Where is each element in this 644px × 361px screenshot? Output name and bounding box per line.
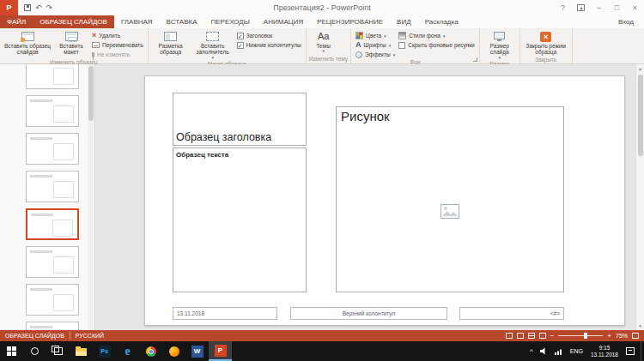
tab-insert[interactable]: ВСТАВКА — [160, 15, 204, 28]
scroll-up-icon[interactable]: ▲ — [636, 64, 644, 73]
redo-icon[interactable]: ↷ — [46, 4, 53, 12]
fonts-button[interactable]: A Шрифты ▾ — [355, 41, 395, 49]
taskbar-clock[interactable]: 9:15 13.11.2018 — [586, 345, 623, 358]
footer-date-text: 13.11.2018 — [177, 310, 204, 316]
firefox-button[interactable] — [162, 341, 185, 361]
slide-thumbnail-5[interactable] — [26, 208, 79, 240]
tab-layout-addin[interactable]: Раскладка — [418, 15, 465, 28]
chevron-down-icon: ▾ — [322, 49, 325, 53]
footer-date-placeholder[interactable]: 13.11.2018 — [173, 307, 277, 320]
colors-button[interactable]: Цвета ▾ — [355, 32, 395, 39]
footers-checkbox[interactable]: ✓ Нижние колонтитулы — [237, 41, 301, 49]
status-mode[interactable]: ОБРАЗЕЦ СЛАЙДОВ — [5, 333, 64, 339]
search-button[interactable] — [23, 341, 46, 361]
slide-thumbnail-3[interactable] — [26, 133, 79, 165]
undo-icon[interactable]: ↶ — [35, 4, 42, 12]
edge-button[interactable]: e — [116, 341, 139, 361]
maximize-button[interactable]: □ — [608, 0, 626, 15]
fit-slide-to-window-icon[interactable] — [632, 333, 639, 339]
language-indicator[interactable]: ENG — [567, 341, 586, 361]
background-styles-button[interactable]: Стили фона ▾ — [398, 32, 475, 39]
tab-review[interactable]: РЕЦЕНЗИРОВАНИЕ — [310, 15, 390, 28]
view-reading-icon[interactable] — [539, 333, 546, 339]
scrollbar-track[interactable] — [636, 73, 644, 322]
zoom-out-button[interactable]: − — [550, 333, 555, 340]
effects-sphere-icon — [355, 51, 362, 58]
tab-view[interactable]: ВИД — [390, 15, 418, 28]
rename-button[interactable]: Переименовать — [92, 41, 143, 49]
tab-file[interactable]: ФАЙЛ — [0, 15, 33, 28]
footer-text-placeholder[interactable]: Верхний колонтитул — [290, 307, 447, 320]
title-checkbox-label: Заголовок — [246, 33, 273, 39]
group-master-layout: Разметка образца Вставить заполнитель ▾ … — [149, 28, 307, 63]
master-layout-checkboxes: ✓ Заголовок ✓ Нижние колонтитулы — [235, 29, 303, 60]
help-button[interactable]: ? — [554, 0, 572, 15]
background-styles-label: Стили фона — [409, 33, 440, 39]
photoshop-button[interactable]: Ps — [93, 341, 116, 361]
minimize-button[interactable]: − — [590, 0, 608, 15]
slide-thumbnail-2[interactable] — [26, 95, 79, 127]
zoom-level[interactable]: 75% — [616, 333, 628, 339]
rename-label: Переименовать — [102, 42, 143, 48]
delete-button[interactable]: × Удалить — [92, 32, 143, 39]
action-center-button[interactable] — [623, 341, 638, 361]
dialog-launcher-icon[interactable] — [473, 57, 477, 62]
slide-thumbnail-1[interactable] — [26, 64, 79, 89]
slide-thumbnail-8[interactable] — [26, 322, 79, 330]
volume-icon[interactable] — [537, 341, 551, 361]
chrome-button[interactable] — [139, 341, 162, 361]
text-placeholder[interactable]: Образец текста — [173, 147, 307, 292]
title-checkbox[interactable]: ✓ Заголовок — [237, 32, 301, 39]
scroll-down-icon[interactable]: ▼ — [636, 322, 644, 330]
file-explorer-button[interactable] — [70, 341, 93, 361]
slide-thumbnail-4[interactable] — [26, 171, 79, 202]
slide-size-monitor-icon — [494, 31, 505, 42]
system-tray: ^ ENG 9:15 13.11.2018 — [526, 341, 644, 361]
themes-button[interactable]: Aa Темы ▾ — [309, 29, 338, 55]
ribbon-display-options-button[interactable] — [572, 0, 590, 15]
slide-thumbnail-6[interactable] — [26, 246, 79, 278]
show-desktop-strip[interactable] — [641, 341, 644, 361]
tray-chevron-icon[interactable]: ^ — [526, 341, 537, 361]
close-button[interactable]: × — [626, 0, 644, 15]
save-icon[interactable] — [24, 4, 31, 11]
tab-animations[interactable]: АНИМАЦИЯ — [257, 15, 310, 28]
tab-slide-master[interactable]: ОБРАЗЕЦ СЛАЙДОВ — [33, 15, 114, 28]
powerpoint-app-icon[interactable]: P — [0, 0, 18, 15]
notes-icon[interactable] — [506, 333, 513, 339]
slide-size-button[interactable]: Размер слайда ▾ — [483, 29, 517, 60]
word-button[interactable]: W — [185, 341, 209, 361]
status-language[interactable]: РУССКИЙ — [76, 333, 104, 339]
task-view-button[interactable] — [46, 341, 70, 361]
close-master-view-button[interactable]: × Закрыть режим образца — [523, 29, 569, 56]
vertical-scrollbar[interactable]: ▲ ▼ — [635, 64, 644, 330]
slide-number-placeholder[interactable]: <#> — [459, 307, 564, 320]
powerpoint-button[interactable]: P — [209, 341, 232, 361]
preserve-button[interactable]: Не изменять — [92, 51, 143, 58]
master-layout-button[interactable]: Разметка образца — [151, 29, 191, 60]
view-slide-sorter-icon[interactable] — [528, 333, 535, 339]
network-icon[interactable] — [551, 341, 567, 361]
tab-home[interactable]: ГЛАВНАЯ — [114, 15, 160, 28]
title-placeholder[interactable]: Образец заголовка — [173, 93, 307, 146]
group-edit-theme: Aa Темы ▾ Изменить тему — [307, 28, 351, 63]
chrome-icon — [146, 346, 156, 357]
view-normal-icon[interactable] — [517, 333, 524, 339]
panel-scrollbar-thumb[interactable] — [88, 66, 94, 121]
text-placeholder-text: Образец текста — [176, 151, 228, 159]
insert-layout-button[interactable]: Вставить макет — [52, 29, 90, 58]
start-button[interactable] — [0, 341, 23, 361]
picture-placeholder[interactable]: Рисунок — [336, 106, 564, 292]
zoom-slider[interactable] — [558, 335, 603, 336]
tab-transitions[interactable]: ПЕРЕХОДЫ — [204, 15, 256, 28]
effects-button[interactable]: Эффекты ▾ — [355, 51, 395, 58]
slide-thumbnail-7[interactable] — [26, 284, 79, 316]
scrollbar-thumb[interactable] — [638, 75, 643, 156]
zoom-in-button[interactable]: + — [607, 333, 611, 340]
group-label-edit-theme: Изменить тему — [309, 55, 348, 63]
insert-placeholder-button[interactable]: Вставить заполнитель ▾ — [191, 29, 235, 60]
insert-slide-master-button[interactable]: Вставить образец слайдов — [3, 29, 52, 58]
sign-in-link[interactable]: Вход — [608, 15, 644, 28]
hide-background-graphics-checkbox[interactable]: Скрыть фоновые рисунки — [398, 41, 475, 49]
panel-scrollbar[interactable] — [88, 64, 94, 330]
